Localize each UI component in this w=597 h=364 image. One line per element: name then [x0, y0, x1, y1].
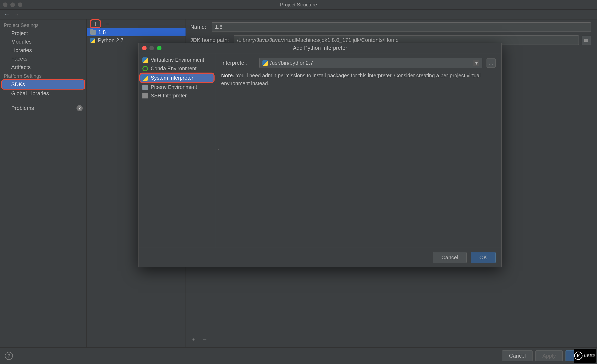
option-virtualenv[interactable]: Virtualenv Environment [139, 56, 215, 64]
modal-ok-button[interactable]: OK [471, 252, 496, 263]
logo-icon: K [574, 352, 582, 360]
note-bold: Note: [221, 72, 235, 78]
zoom-window-icon[interactable] [18, 2, 22, 7]
sdk-name-input[interactable] [212, 22, 591, 32]
window-titlebar: Project Structure [0, 0, 597, 9]
nav-row: ← → [0, 9, 597, 19]
remove-sdk-button[interactable]: − [104, 20, 111, 27]
modal-footer: Cancel OK [139, 248, 502, 267]
sidebar-item-facets[interactable]: Facets [0, 55, 86, 63]
python-icon [142, 57, 148, 63]
sdk-item-1-8[interactable]: 1.8 [87, 28, 186, 36]
project-settings-heading: Project Settings [0, 21, 86, 29]
option-label: Conda Environment [151, 65, 196, 71]
interpreter-config-panel: Interpreter: /usr/bin/python2.7 ▾ … Note… [215, 53, 502, 248]
modal-zoom-icon[interactable] [157, 46, 161, 50]
settings-sidebar: Project Settings Project Modules Librari… [0, 19, 87, 348]
platform-settings-heading: Platform Settings [0, 71, 86, 80]
pipenv-icon [142, 85, 148, 90]
option-label: SSH Interpreter [151, 93, 187, 99]
apply-button: Apply [535, 350, 563, 361]
problems-count-badge: 2 [77, 105, 83, 111]
python-icon [142, 75, 148, 81]
modal-close-icon[interactable] [142, 46, 147, 50]
back-icon[interactable]: ← [4, 11, 10, 18]
add-python-interpreter-dialog: Add Python Interpreter Virtualenv Enviro… [139, 43, 502, 267]
python-icon [90, 38, 95, 43]
watermark-logo: K 创新互联 [574, 349, 596, 363]
note-text: You'll need admin permissions to install… [221, 72, 480, 86]
jdk-home-label: JDK home path: [190, 37, 231, 43]
window-controls [3, 2, 22, 7]
folder-icon [90, 30, 96, 35]
forward-icon: → [13, 11, 19, 18]
sidebar-item-modules[interactable]: Modules [0, 38, 86, 46]
resize-handle-icon[interactable]: ⋮⋮ [215, 148, 220, 156]
close-window-icon[interactable] [3, 2, 8, 7]
browse-folder-icon[interactable] [582, 36, 591, 45]
option-pipenv[interactable]: Pipenv Environment [139, 83, 215, 91]
modal-minimize-icon [149, 46, 154, 50]
option-label: System Interpreter [151, 75, 193, 81]
minimize-window-icon[interactable] [10, 2, 15, 7]
sidebar-item-global-libraries[interactable]: Global Libraries [0, 89, 86, 98]
interpreter-path-select[interactable]: /usr/bin/python2.7 ▾ [259, 58, 482, 68]
chevron-down-icon[interactable]: ▾ [473, 60, 479, 66]
option-label: Pipenv Environment [151, 84, 197, 90]
add-classpath-button[interactable]: + [190, 337, 197, 343]
sdk-label: Python 2.7 [98, 37, 124, 44]
admin-note: Note: You'll need admin permissions to i… [221, 72, 496, 87]
modal-titlebar: Add Python Interpreter [139, 43, 502, 53]
option-ssh[interactable]: SSH Interpreter [139, 91, 215, 100]
help-icon[interactable]: ? [5, 352, 13, 360]
name-label: Name: [190, 24, 209, 30]
sidebar-item-project[interactable]: Project [0, 29, 86, 38]
modal-title: Add Python Interpreter [293, 45, 347, 51]
sidebar-item-libraries[interactable]: Libraries [0, 46, 86, 55]
interpreter-type-list: Virtualenv Environment Conda Environment… [139, 53, 215, 248]
browse-interpreter-button[interactable]: … [487, 58, 496, 68]
sidebar-item-problems[interactable]: Problems 2 [0, 104, 86, 112]
sidebar-item-artifacts[interactable]: Artifacts [0, 63, 86, 71]
watermark-text: 创新互联 [584, 354, 595, 357]
option-system-interpreter[interactable]: System Interpreter [140, 74, 213, 82]
window-title: Project Structure [280, 2, 317, 8]
interpreter-path-value: /usr/bin/python2.7 [270, 60, 313, 66]
option-label: Virtualenv Environment [151, 57, 204, 63]
interpreter-label: Interpreter: [221, 60, 255, 66]
problems-label: Problems [11, 105, 34, 111]
conda-icon [142, 66, 148, 71]
dialog-footer: ? Cancel Apply OK [0, 348, 597, 364]
modal-window-controls [142, 46, 161, 50]
option-conda[interactable]: Conda Environment [139, 64, 215, 73]
sdk-toolbar: + − [87, 19, 186, 28]
sidebar-item-sdks[interactable]: SDKs [2, 80, 84, 89]
cancel-button[interactable]: Cancel [502, 350, 533, 361]
remove-classpath-button[interactable]: − [202, 337, 209, 343]
modal-cancel-button[interactable]: Cancel [433, 252, 467, 263]
add-sdk-button[interactable]: + [91, 20, 100, 27]
sdk-label: 1.8 [98, 29, 106, 35]
terminal-icon [142, 93, 148, 98]
python-icon [262, 60, 268, 66]
